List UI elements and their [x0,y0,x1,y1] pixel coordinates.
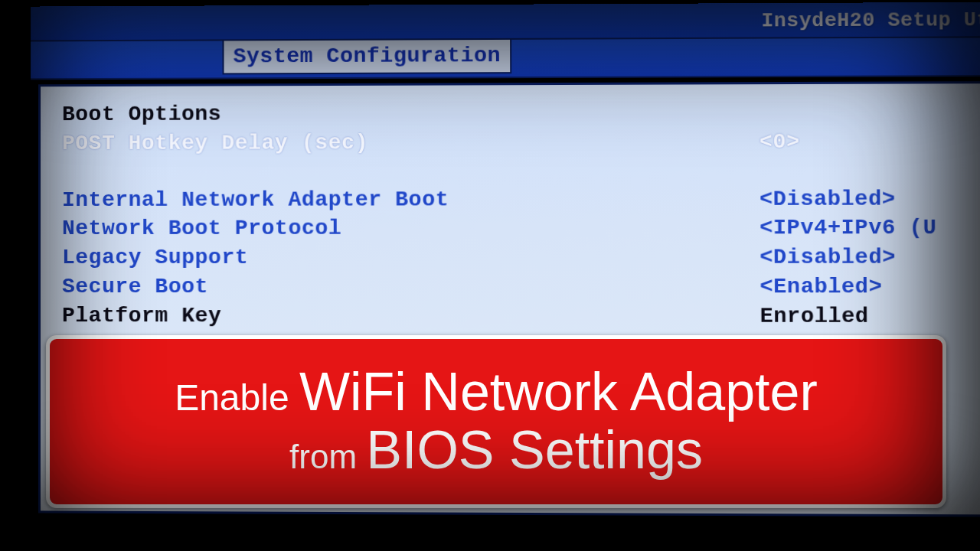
setting-value[interactable]: <0> [760,127,965,157]
caption-text: Enable [175,377,299,418]
setting-value[interactable]: <IPv4+IPv6 (U [760,214,966,243]
setting-row[interactable]: Internal Network Adapter Boot<Disabled> [62,184,965,215]
caption-text: from [289,438,366,475]
setting-value[interactable]: <Disabled> [760,184,965,214]
setting-row: Boot Options [62,98,965,129]
caption-text: WiFi Network Adapter [299,362,818,422]
tab-system-configuration[interactable]: System Configuration [222,40,511,75]
overlay-caption: Enable WiFi Network Adapter from BIOS Se… [46,335,946,508]
caption-text: BIOS Settings [366,420,703,480]
setting-label: POST Hotkey Delay (sec) [62,128,760,158]
caption-line-1: Enable WiFi Network Adapter [175,364,818,422]
tab-label: System Configuration [234,44,501,68]
bios-titlebar: InsydeH20 Setup Ut [31,2,980,42]
setting-label: Secure Boot [62,272,760,302]
bios-title: InsydeH20 Setup Ut [761,8,980,33]
setting-label: Internal Network Adapter Boot [62,184,760,214]
setting-value[interactable]: <Enabled> [760,272,966,302]
setting-label: Platform Key [62,302,760,331]
setting-value [759,98,965,128]
setting-row[interactable]: Network Boot Protocol<IPv4+IPv6 (U [62,214,966,243]
setting-value[interactable]: <Disabled> [760,243,966,272]
setting-row: Platform KeyEnrolled [62,302,966,331]
setting-label: Network Boot Protocol [62,214,760,243]
bios-tabbar: System Configuration [31,37,980,80]
setting-row[interactable]: Secure Boot<Enabled> [62,272,966,302]
setting-row[interactable]: Legacy Support<Disabled> [62,243,966,272]
caption-line-2: from BIOS Settings [289,422,703,480]
setting-value: Enrolled [760,302,967,331]
setting-row[interactable]: POST Hotkey Delay (sec)<0> [62,127,965,158]
setting-label: Boot Options [62,98,760,129]
setting-label: Legacy Support [62,243,760,272]
